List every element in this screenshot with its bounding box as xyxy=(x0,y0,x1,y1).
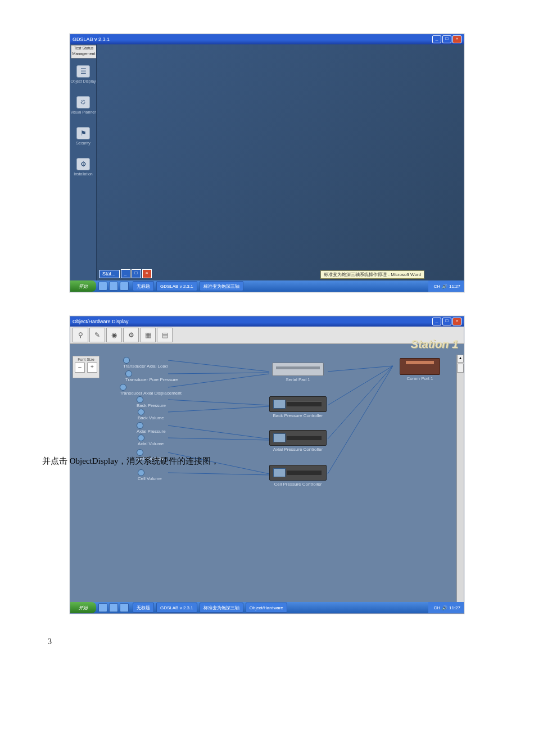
taskbar-button[interactable]: GDSLAB v 2.3.1 xyxy=(156,603,197,613)
quicklaunch-icon[interactable] xyxy=(109,603,118,612)
toolbar-button-send[interactable]: ✎ xyxy=(89,328,105,342)
quicklaunch-icon[interactable] xyxy=(98,282,107,291)
node-axial-volume[interactable]: Axial Volume xyxy=(138,434,164,446)
close-button[interactable]: × xyxy=(452,35,461,43)
node-dot-icon xyxy=(123,357,130,364)
device-label: Comm Port 1 xyxy=(400,376,440,381)
tray-lang: CH xyxy=(433,605,440,610)
vertical-scrollbar[interactable]: ▴ xyxy=(456,355,464,602)
controller-icon xyxy=(269,465,327,481)
tray-clock: 11:27 xyxy=(449,284,460,289)
device-cell-pressure-controller[interactable]: Cell Pressure Controller xyxy=(267,465,329,487)
node-dot-icon xyxy=(138,434,144,441)
svg-line-2 xyxy=(168,374,269,387)
maximize-button[interactable]: □ xyxy=(442,35,451,43)
sidebar-item-visual-planner[interactable]: ⛭ Visual Planner xyxy=(70,89,96,120)
node-axial-pressure[interactable]: Axial Pressure xyxy=(137,422,166,434)
system-tray[interactable]: CH 🔊 11:27 xyxy=(428,602,464,613)
node-dot-icon xyxy=(138,409,144,415)
toolbar-button-scan[interactable]: ⚲ xyxy=(73,328,88,342)
object-display-icon: ☰ xyxy=(76,65,90,78)
stat-max-button[interactable]: □ xyxy=(132,269,141,278)
taskbar-tooltip: 标准变为饱深三轴系统操作原理 - Microsoft Word xyxy=(320,270,424,279)
minimize-button[interactable]: _ xyxy=(432,318,441,325)
title-bar: GDSLAB v 2.3.1 _ □ × xyxy=(70,34,464,44)
windows-taskbar: 开始 无标题 GDSLAB v 2.3.1 标准变为饱深三轴 CH 🔊 11:2… xyxy=(70,280,464,292)
device-label: Back Pressure Controller xyxy=(267,413,329,418)
svg-line-9 xyxy=(328,366,393,372)
close-button[interactable]: × xyxy=(452,318,461,325)
toolbar-button[interactable]: ◉ xyxy=(106,328,122,342)
font-size-up-button[interactable]: + xyxy=(87,363,97,373)
stat-floating-window[interactable]: Stat... _ □ × xyxy=(99,269,152,279)
stat-window-title: Stat... xyxy=(99,270,120,278)
font-size-down-button[interactable]: – xyxy=(75,363,85,373)
taskbar-button[interactable]: 无标题 xyxy=(133,603,154,613)
scroll-thumb[interactable] xyxy=(457,364,464,373)
svg-line-11 xyxy=(328,366,393,439)
svg-line-5 xyxy=(168,425,269,439)
system-tray[interactable]: CH 🔊 11:27 xyxy=(428,280,464,292)
maximize-button[interactable]: □ xyxy=(442,318,451,325)
quicklaunch-icon[interactable] xyxy=(120,603,129,612)
taskbar-button[interactable]: 无标题 xyxy=(133,281,154,291)
gdslab-main-window: GDSLAB v 2.3.1 _ □ × Test Status Managem… xyxy=(70,34,464,292)
node-transducer-axial-load[interactable]: Transducer Axial Load xyxy=(123,357,168,369)
left-sidebar: Test Status Management ☰ Object Display … xyxy=(70,44,97,280)
start-button[interactable]: 开始 xyxy=(70,280,96,292)
device-serial-pad[interactable]: Serial Pad 1 xyxy=(267,363,329,382)
sidebar-tab-test-status[interactable]: Test Status Management xyxy=(71,45,96,58)
taskbar-button[interactable]: GDSLAB v 2.3.1 xyxy=(156,281,197,291)
sidebar-item-installation[interactable]: ⚙ Installation xyxy=(70,151,96,182)
sidebar-tab-line2: Management xyxy=(73,52,96,56)
node-back-pressure[interactable]: Back Pressure xyxy=(137,396,166,408)
toolbar-button[interactable]: ▦ xyxy=(140,328,156,342)
sidebar-tab-line1: Test Status xyxy=(74,46,94,50)
node-back-volume[interactable]: Back Volume xyxy=(138,409,164,420)
stat-min-button[interactable]: _ xyxy=(121,269,130,278)
taskbar-button[interactable]: Object/Hardware xyxy=(246,603,287,613)
device-axial-pressure-controller[interactable]: Axial Pressure Controller xyxy=(267,430,329,452)
start-button[interactable]: 开始 xyxy=(70,602,96,613)
device-label: Axial Pressure Controller xyxy=(267,447,329,452)
node-transducer-axial-displacement[interactable]: Transducer Axial Displacement xyxy=(120,384,182,396)
taskbar-button[interactable]: 标准变为饱深三轴 xyxy=(200,603,243,613)
device-label: Cell Pressure Controller xyxy=(267,482,329,487)
quicklaunch-icon[interactable] xyxy=(98,603,107,612)
svg-line-4 xyxy=(168,406,269,412)
taskbar-button[interactable]: 标准变为饱深三轴 xyxy=(200,281,243,291)
window-title: GDSLAB v 2.3.1 xyxy=(73,37,431,42)
quicklaunch xyxy=(98,282,130,291)
sidebar-item-object-display[interactable]: ☰ Object Display xyxy=(70,58,96,89)
serial-pad-icon xyxy=(272,363,324,376)
sidebar-item-security[interactable]: ⚑ Security xyxy=(70,120,96,151)
toolbar-button[interactable]: ▤ xyxy=(157,328,173,342)
stat-close-button[interactable]: × xyxy=(142,269,152,278)
scroll-up-arrow[interactable]: ▴ xyxy=(457,355,464,363)
node-dot-icon xyxy=(120,384,126,391)
minimize-button[interactable]: _ xyxy=(432,35,441,43)
tray-icon: 🔊 xyxy=(442,284,447,289)
svg-line-8 xyxy=(168,473,269,475)
caption-text: 并点击 ObjectDisplay，消灭系统硬件的连接图， xyxy=(42,456,219,467)
device-back-pressure-controller[interactable]: Back Pressure Controller xyxy=(267,396,329,418)
quicklaunch-icon[interactable] xyxy=(109,282,118,291)
controller-icon xyxy=(269,430,327,446)
windows-taskbar: 开始 无标题 GDSLAB v 2.3.1 标准变为饱深三轴 Object/Ha… xyxy=(70,602,464,613)
quicklaunch-icon[interactable] xyxy=(120,282,129,291)
node-transducer-pore-pressure[interactable]: Transducer Pore Pressure xyxy=(125,370,178,382)
station-label: Station 1 xyxy=(411,338,458,351)
node-dot-icon xyxy=(137,449,143,456)
device-comm-port[interactable]: Comm Port 1 xyxy=(400,358,440,381)
comm-port-icon xyxy=(400,358,440,375)
node-cell-volume[interactable]: Cell Volume xyxy=(138,469,162,481)
client-area: Stat... _ □ × 标准变为饱深三轴系统操作原理 - Microsoft… xyxy=(97,44,464,280)
node-dot-icon xyxy=(137,396,143,403)
installation-icon: ⚙ xyxy=(76,158,90,170)
node-dot-icon xyxy=(137,422,143,429)
tray-lang: CH xyxy=(433,284,440,289)
quicklaunch xyxy=(98,603,130,612)
tray-icon: 🔊 xyxy=(442,605,447,610)
svg-line-6 xyxy=(168,438,269,440)
toolbar-button[interactable]: ⚙ xyxy=(123,328,139,342)
